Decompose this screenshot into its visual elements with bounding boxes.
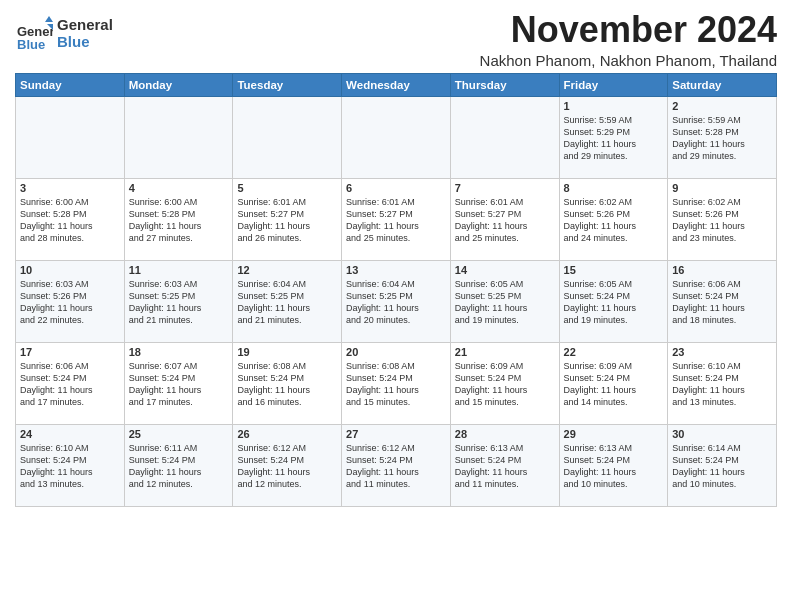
calendar-table: Sunday Monday Tuesday Wednesday Thursday… [15, 73, 777, 507]
day-info: Sunrise: 6:08 AM Sunset: 5:24 PM Dayligh… [346, 360, 446, 409]
calendar-cell: 20Sunrise: 6:08 AM Sunset: 5:24 PM Dayli… [342, 342, 451, 424]
day-number: 8 [564, 182, 664, 194]
week-row-2: 10Sunrise: 6:03 AM Sunset: 5:26 PM Dayli… [16, 260, 777, 342]
day-number: 23 [672, 346, 772, 358]
calendar-cell: 22Sunrise: 6:09 AM Sunset: 5:24 PM Dayli… [559, 342, 668, 424]
day-number: 21 [455, 346, 555, 358]
calendar-cell [124, 96, 233, 178]
col-friday: Friday [559, 73, 668, 96]
day-info: Sunrise: 6:04 AM Sunset: 5:25 PM Dayligh… [237, 278, 337, 327]
day-info: Sunrise: 6:00 AM Sunset: 5:28 PM Dayligh… [129, 196, 229, 245]
day-number: 19 [237, 346, 337, 358]
day-info: Sunrise: 6:05 AM Sunset: 5:25 PM Dayligh… [455, 278, 555, 327]
day-number: 2 [672, 100, 772, 112]
day-info: Sunrise: 6:10 AM Sunset: 5:24 PM Dayligh… [672, 360, 772, 409]
logo: General Blue General Blue [15, 14, 113, 52]
day-number: 22 [564, 346, 664, 358]
calendar-cell: 7Sunrise: 6:01 AM Sunset: 5:27 PM Daylig… [450, 178, 559, 260]
calendar-cell: 27Sunrise: 6:12 AM Sunset: 5:24 PM Dayli… [342, 424, 451, 506]
day-number: 9 [672, 182, 772, 194]
page-container: General Blue General Blue November 2024 … [0, 0, 792, 512]
day-info: Sunrise: 6:13 AM Sunset: 5:24 PM Dayligh… [564, 442, 664, 491]
calendar-cell: 8Sunrise: 6:02 AM Sunset: 5:26 PM Daylig… [559, 178, 668, 260]
day-info: Sunrise: 6:10 AM Sunset: 5:24 PM Dayligh… [20, 442, 120, 491]
day-number: 6 [346, 182, 446, 194]
day-number: 25 [129, 428, 229, 440]
day-info: Sunrise: 6:05 AM Sunset: 5:24 PM Dayligh… [564, 278, 664, 327]
day-number: 24 [20, 428, 120, 440]
calendar-cell: 4Sunrise: 6:00 AM Sunset: 5:28 PM Daylig… [124, 178, 233, 260]
svg-text:Blue: Blue [17, 37, 45, 52]
header-row: Sunday Monday Tuesday Wednesday Thursday… [16, 73, 777, 96]
calendar-cell: 2Sunrise: 5:59 AM Sunset: 5:28 PM Daylig… [668, 96, 777, 178]
week-row-0: 1Sunrise: 5:59 AM Sunset: 5:29 PM Daylig… [16, 96, 777, 178]
calendar-cell: 14Sunrise: 6:05 AM Sunset: 5:25 PM Dayli… [450, 260, 559, 342]
day-number: 16 [672, 264, 772, 276]
day-number: 26 [237, 428, 337, 440]
day-info: Sunrise: 6:11 AM Sunset: 5:24 PM Dayligh… [129, 442, 229, 491]
day-number: 10 [20, 264, 120, 276]
calendar-cell: 24Sunrise: 6:10 AM Sunset: 5:24 PM Dayli… [16, 424, 125, 506]
day-number: 30 [672, 428, 772, 440]
calendar-cell: 29Sunrise: 6:13 AM Sunset: 5:24 PM Dayli… [559, 424, 668, 506]
day-info: Sunrise: 6:07 AM Sunset: 5:24 PM Dayligh… [129, 360, 229, 409]
day-info: Sunrise: 6:01 AM Sunset: 5:27 PM Dayligh… [346, 196, 446, 245]
week-row-4: 24Sunrise: 6:10 AM Sunset: 5:24 PM Dayli… [16, 424, 777, 506]
header: General Blue General Blue November 2024 … [15, 10, 777, 69]
day-info: Sunrise: 6:09 AM Sunset: 5:24 PM Dayligh… [455, 360, 555, 409]
calendar-cell [233, 96, 342, 178]
calendar-cell: 23Sunrise: 6:10 AM Sunset: 5:24 PM Dayli… [668, 342, 777, 424]
calendar-cell: 18Sunrise: 6:07 AM Sunset: 5:24 PM Dayli… [124, 342, 233, 424]
logo-general: General [57, 16, 113, 33]
day-number: 12 [237, 264, 337, 276]
calendar-cell: 26Sunrise: 6:12 AM Sunset: 5:24 PM Dayli… [233, 424, 342, 506]
day-number: 5 [237, 182, 337, 194]
day-info: Sunrise: 6:01 AM Sunset: 5:27 PM Dayligh… [237, 196, 337, 245]
col-wednesday: Wednesday [342, 73, 451, 96]
calendar-cell: 6Sunrise: 6:01 AM Sunset: 5:27 PM Daylig… [342, 178, 451, 260]
calendar-cell [450, 96, 559, 178]
calendar-cell: 25Sunrise: 6:11 AM Sunset: 5:24 PM Dayli… [124, 424, 233, 506]
day-number: 1 [564, 100, 664, 112]
day-info: Sunrise: 6:08 AM Sunset: 5:24 PM Dayligh… [237, 360, 337, 409]
day-info: Sunrise: 6:14 AM Sunset: 5:24 PM Dayligh… [672, 442, 772, 491]
calendar-cell: 16Sunrise: 6:06 AM Sunset: 5:24 PM Dayli… [668, 260, 777, 342]
day-number: 17 [20, 346, 120, 358]
calendar-cell: 19Sunrise: 6:08 AM Sunset: 5:24 PM Dayli… [233, 342, 342, 424]
calendar-cell: 5Sunrise: 6:01 AM Sunset: 5:27 PM Daylig… [233, 178, 342, 260]
day-number: 18 [129, 346, 229, 358]
day-number: 7 [455, 182, 555, 194]
calendar-cell: 10Sunrise: 6:03 AM Sunset: 5:26 PM Dayli… [16, 260, 125, 342]
day-info: Sunrise: 6:12 AM Sunset: 5:24 PM Dayligh… [237, 442, 337, 491]
col-saturday: Saturday [668, 73, 777, 96]
calendar-cell: 30Sunrise: 6:14 AM Sunset: 5:24 PM Dayli… [668, 424, 777, 506]
day-number: 27 [346, 428, 446, 440]
calendar-cell: 3Sunrise: 6:00 AM Sunset: 5:28 PM Daylig… [16, 178, 125, 260]
week-row-1: 3Sunrise: 6:00 AM Sunset: 5:28 PM Daylig… [16, 178, 777, 260]
day-info: Sunrise: 6:09 AM Sunset: 5:24 PM Dayligh… [564, 360, 664, 409]
calendar-cell [16, 96, 125, 178]
day-number: 11 [129, 264, 229, 276]
day-number: 3 [20, 182, 120, 194]
calendar-cell: 28Sunrise: 6:13 AM Sunset: 5:24 PM Dayli… [450, 424, 559, 506]
calendar-cell: 9Sunrise: 6:02 AM Sunset: 5:26 PM Daylig… [668, 178, 777, 260]
calendar-cell [342, 96, 451, 178]
col-tuesday: Tuesday [233, 73, 342, 96]
day-number: 20 [346, 346, 446, 358]
col-thursday: Thursday [450, 73, 559, 96]
day-info: Sunrise: 6:02 AM Sunset: 5:26 PM Dayligh… [564, 196, 664, 245]
day-info: Sunrise: 6:03 AM Sunset: 5:26 PM Dayligh… [20, 278, 120, 327]
day-info: Sunrise: 6:06 AM Sunset: 5:24 PM Dayligh… [20, 360, 120, 409]
day-info: Sunrise: 6:12 AM Sunset: 5:24 PM Dayligh… [346, 442, 446, 491]
day-info: Sunrise: 6:03 AM Sunset: 5:25 PM Dayligh… [129, 278, 229, 327]
day-number: 14 [455, 264, 555, 276]
day-info: Sunrise: 6:04 AM Sunset: 5:25 PM Dayligh… [346, 278, 446, 327]
calendar-cell: 21Sunrise: 6:09 AM Sunset: 5:24 PM Dayli… [450, 342, 559, 424]
day-number: 28 [455, 428, 555, 440]
day-info: Sunrise: 5:59 AM Sunset: 5:29 PM Dayligh… [564, 114, 664, 163]
day-info: Sunrise: 6:02 AM Sunset: 5:26 PM Dayligh… [672, 196, 772, 245]
col-sunday: Sunday [16, 73, 125, 96]
svg-marker-2 [45, 16, 53, 22]
calendar-cell: 15Sunrise: 6:05 AM Sunset: 5:24 PM Dayli… [559, 260, 668, 342]
day-info: Sunrise: 6:00 AM Sunset: 5:28 PM Dayligh… [20, 196, 120, 245]
